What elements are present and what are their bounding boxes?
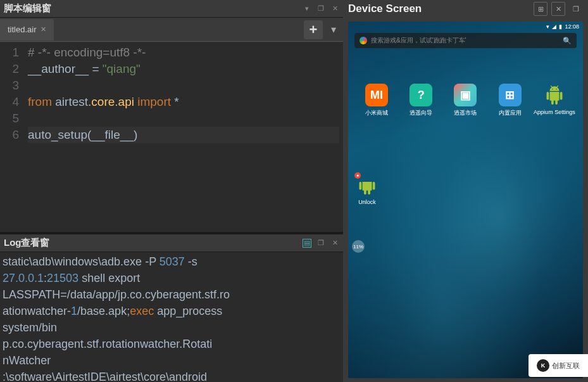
editor-panel-title: 脚本编辑窗 (4, 3, 303, 15)
code-module: core (91, 95, 115, 108)
code-star: * (174, 95, 178, 108)
panel-menu-icon[interactable]: ▾ (303, 4, 311, 13)
editor-tabbar: titled.air ✕ + ▾ (0, 18, 343, 42)
log-text: p.co.cyberagent.stf.rotationwatcher.Rota… (3, 338, 212, 350)
code-area[interactable]: # -*- encoding=utf8 -*- __author__ = "qi… (24, 42, 343, 232)
app-unlock[interactable]: ● Unlock (356, 174, 378, 205)
status-time: 12:08 (565, 23, 579, 30)
watermark-logo-icon: K (537, 359, 549, 372)
log-number: 1 (71, 305, 77, 317)
panel-pop-icon[interactable]: ❐ (316, 4, 325, 13)
app-label: 内置应用 (499, 109, 522, 117)
code-keyword: import (134, 95, 174, 108)
line-number: 5 (0, 110, 19, 127)
log-text: nWatcher (3, 354, 51, 367)
device-pop-icon[interactable]: ❐ (569, 2, 583, 16)
log-text: shell export (78, 272, 140, 284)
log-pop-icon[interactable]: ❐ (316, 239, 325, 248)
tab-dropdown-icon[interactable]: ▾ (327, 20, 341, 39)
search-logo-icon (360, 37, 367, 44)
line-number: 6 (0, 127, 19, 143)
app-xiaomi-store[interactable]: MI 小米商城 (356, 84, 397, 117)
search-placeholder: 搜索游戏&应用，试试'跑跑卡丁车' (371, 36, 563, 45)
log-text: app_process (154, 305, 222, 317)
app-label: 逍遥市场 (454, 109, 477, 117)
code-module: api (118, 95, 134, 108)
log-text: -s (185, 255, 197, 268)
code-comment: # -*- encoding=utf8 -*- (28, 46, 146, 59)
log-text: LASSPATH=/data/app/jp.co.cyberagent.stf.… (3, 288, 230, 301)
log-text: :\software\AirtestIDE\airtest\core\andro… (3, 371, 207, 382)
app-grid: MI 小米商城 ? 逍遥向导 ▣ 逍遥市场 ⊞ 内置应用 (348, 84, 583, 117)
app-label: Appium Settings (534, 109, 575, 115)
app-label: 逍遥向导 (410, 109, 432, 117)
device-panel-header: Device Screen ⊞ ✕ ❐ (343, 0, 588, 18)
device-tools-icon[interactable]: ✕ (551, 2, 565, 16)
code-ident: __author__ (28, 62, 92, 75)
log-panel-header: Log查看窗 ▤ ❐ ✕ (0, 234, 343, 252)
line-number: 2 (0, 61, 19, 77)
app-guide[interactable]: ? 逍遥向导 (400, 84, 442, 117)
floating-bubble[interactable]: 11% (352, 240, 365, 253)
log-text: static\adb\windows\adb.exe -P (3, 255, 160, 268)
app-label: Unlock (358, 199, 376, 205)
editor-panel-header: 脚本编辑窗 ▾ ❐ ✕ (0, 0, 343, 18)
app-label: 小米商城 (365, 109, 388, 117)
watermark: K 创新互联 (529, 354, 588, 377)
app-builtin[interactable]: ⊞ 内置应用 (489, 84, 531, 117)
editor-tab[interactable]: titled.air ✕ (0, 19, 54, 41)
line-number: 1 (0, 44, 19, 61)
log-text: /base.apk; (77, 305, 130, 317)
device-grid-icon[interactable]: ⊞ (534, 2, 547, 16)
line-number: 3 (0, 77, 19, 94)
app-market[interactable]: ▣ 逍遥市场 (444, 84, 486, 117)
battery-icon: ▮ (559, 23, 562, 30)
app-appium-settings[interactable]: Appium Settings (534, 84, 575, 117)
tab-add-button[interactable]: + (304, 20, 323, 39)
log-text: ationwatcher- (3, 305, 71, 317)
code-module: airtest (52, 95, 88, 108)
code-func: auto_setup (28, 128, 87, 141)
app-icon: ⊞ (499, 84, 522, 106)
code-arg: __file__ (91, 128, 134, 141)
device-searchbar[interactable]: 搜索游戏&应用，试试'跑跑卡丁车' 🔍 (354, 33, 577, 48)
log-filter-icon[interactable]: ▤ (303, 239, 311, 248)
log-number: 27.0.0.1 (3, 272, 44, 284)
app-icon: ▣ (454, 84, 477, 106)
log-number: 21503 (47, 272, 78, 284)
android-statusbar: ▾ ◢ ▮ 12:08 (348, 22, 583, 32)
line-number: 4 (0, 94, 19, 110)
signal-icon: ◢ (552, 23, 556, 30)
search-action-icon[interactable]: 🔍 (563, 37, 572, 45)
log-text: system/bin (3, 321, 57, 334)
log-output[interactable]: static\adb\windows\adb.exe -P 5037 -s 27… (0, 252, 343, 382)
app-icon: MI (365, 84, 388, 106)
code-string: "qiang" (99, 62, 141, 75)
tab-close-icon[interactable]: ✕ (41, 25, 46, 34)
log-keyword: exec (130, 305, 154, 317)
panel-close-icon[interactable]: ✕ (330, 4, 339, 13)
device-panel-title: Device Screen (348, 3, 530, 15)
device-screen[interactable]: ▾ ◢ ▮ 12:08 搜索游戏&应用，试试'跑跑卡丁车' 🔍 MI 小米商城 … (348, 22, 583, 378)
tab-label: titled.air (8, 25, 37, 34)
log-close-icon[interactable]: ✕ (330, 239, 339, 248)
line-gutter: 1 2 3 4 5 6 (0, 42, 24, 232)
code-keyword: from (28, 95, 52, 108)
android-icon (543, 84, 566, 106)
log-number: 5037 (160, 255, 185, 268)
code-paren: ) (134, 128, 137, 141)
wifi-icon: ▾ (546, 23, 549, 30)
watermark-text: 创新互联 (552, 361, 580, 371)
code-editor[interactable]: 1 2 3 4 5 6 # -*- encoding=utf8 -*- __au… (0, 42, 343, 232)
android-icon: ● (356, 174, 378, 196)
code-op: = (92, 62, 99, 75)
log-panel-title: Log查看窗 (4, 237, 303, 249)
app-icon: ? (410, 84, 432, 106)
